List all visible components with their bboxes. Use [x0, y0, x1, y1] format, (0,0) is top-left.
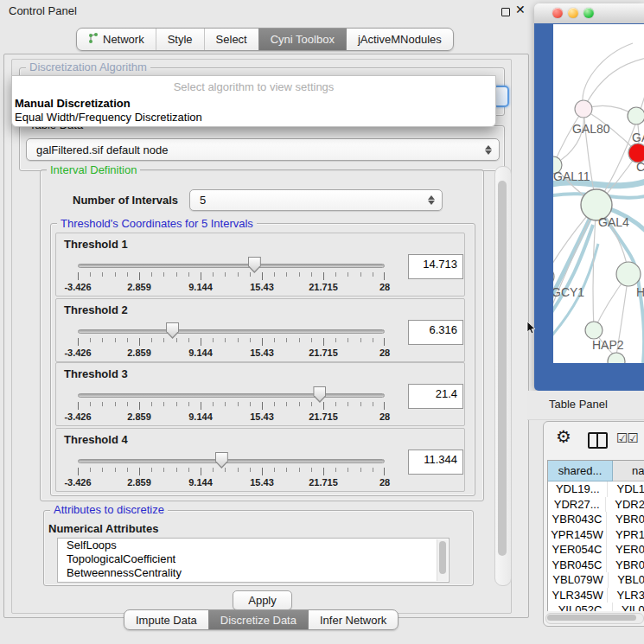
close-icon[interactable]: ✕	[515, 3, 526, 16]
threshold-4-value-field[interactable]: 11.344	[408, 450, 463, 475]
slider-scale-labels: -3.4262.8599.14415.4321.71528	[78, 348, 385, 358]
slider-track[interactable]	[78, 459, 385, 463]
threshold-3-slider[interactable]: -3.4262.8599.14415.4321.71528	[78, 386, 385, 422]
slider-major-ticks	[78, 468, 385, 475]
node-hap2[interactable]	[585, 322, 603, 339]
gear-icon[interactable]: ⚙	[556, 427, 571, 446]
table-header-row: shared... na	[548, 461, 644, 481]
list-item[interactable]: SelfLoops	[58, 539, 449, 552]
apply-button[interactable]: Apply	[233, 590, 292, 610]
table-horizontal-scrollbar[interactable]	[545, 613, 644, 624]
number-of-intervals-combobox[interactable]: 5	[189, 189, 443, 211]
numerical-attributes-list[interactable]: SelfLoops TopologicalCoefficient Between…	[57, 538, 450, 583]
interval-definition-title: Interval Definition	[47, 164, 140, 176]
table-data-combobox[interactable]: galFiltered.sif default node	[26, 138, 500, 161]
slider-thumb[interactable]	[313, 386, 326, 403]
slider-track[interactable]	[78, 329, 385, 334]
threshold-3-value-field[interactable]: 21.4	[408, 384, 463, 409]
table-row[interactable]: YDR27...YDR2	[548, 497, 644, 513]
tab-impute-data[interactable]: Impute Data	[124, 610, 208, 629]
slider-track[interactable]	[78, 264, 385, 268]
threshold-2-slider[interactable]: -3.4262.8599.14415.4321.71528	[78, 322, 385, 358]
table-body[interactable]: YDL19...YDL1 YDR27...YDR2 YBR043CYBR0 YP…	[548, 481, 644, 611]
dropdown-placeholder-option[interactable]: Select algorithm to view settings	[12, 80, 495, 97]
node-label-gal4: GAL4	[598, 215, 629, 229]
minimize-traffic-light-icon[interactable]	[568, 8, 578, 18]
combo-arrows-icon	[425, 195, 437, 205]
node-bottom-partial[interactable]	[608, 353, 625, 363]
attributes-group-title: Attributes to discretize	[50, 504, 168, 516]
node-green-topright[interactable]	[628, 107, 644, 124]
table-row[interactable]: YBR045CYBR0	[548, 558, 644, 573]
table-row[interactable]: YIL052CYIL0	[548, 603, 644, 611]
threshold-2-panel: Threshold 2 -3.4262.8599.14415.4321.7152…	[55, 298, 465, 362]
table-row[interactable]: YBL079WYBL0	[548, 572, 644, 588]
dropdown-option-manual-discretization[interactable]: Manual Discretization	[12, 97, 495, 111]
slider-major-ticks	[78, 402, 385, 410]
zoom-traffic-light-icon[interactable]	[583, 8, 594, 18]
threshold-3-label: Threshold 3	[64, 367, 128, 380]
threshold-3-panel: Threshold 3 -3.4262.8599.14415.4321.7152…	[55, 362, 465, 426]
list-scrollbar[interactable]	[437, 539, 448, 581]
tab-cyni-toolbox[interactable]: Cyni Toolbox	[258, 29, 346, 50]
column-header-name[interactable]: na	[613, 461, 644, 481]
tab-discretize-data[interactable]: Discretize Data	[208, 610, 308, 629]
node-gcy1[interactable]	[553, 267, 554, 286]
float-window-icon[interactable]	[501, 8, 510, 16]
table-row[interactable]: YLR345WYLR3	[548, 588, 644, 603]
list-scrollbar-thumb[interactable]	[439, 541, 446, 574]
tab-infer-network[interactable]: Infer Network	[308, 610, 398, 629]
tab-network[interactable]: Network	[77, 29, 156, 50]
control-panel-title: Control Panel	[9, 4, 77, 17]
algorithm-group-title: Discretization Algorithm	[26, 61, 150, 73]
node-label-gcy1: GCY1	[553, 285, 584, 299]
column-header-shared-name[interactable]: shared...	[548, 461, 613, 481]
node-label-c-partial: C	[636, 160, 644, 174]
close-traffic-light-icon[interactable]	[552, 8, 563, 18]
list-item[interactable]: BetweennessCentrality	[58, 566, 449, 580]
network-canvas[interactable]: GAL80 GA C GAL11 GAL4 GCY1 H HAP2	[553, 24, 644, 363]
node-attribute-table: shared... na YDL19...YDL1 YDR27...YDR2 Y…	[547, 460, 644, 611]
threshold-4-slider[interactable]: -3.4262.8599.14415.4321.71528	[78, 451, 385, 488]
threshold-1-panel: Threshold 1 -3.4262.8599.14415.4321.7152…	[55, 233, 465, 296]
column-layout-icon[interactable]	[588, 432, 608, 449]
threshold-coordinates-title: Threshold's Coordinates for 5 Intervals	[57, 218, 257, 230]
table-row[interactable]: YPR145WYPR1	[548, 527, 644, 543]
cyni-bottom-tabbar: Impute Data Discretize Data Infer Networ…	[124, 609, 399, 630]
panel-scrollbar-thumb[interactable]	[498, 181, 507, 556]
threshold-1-slider[interactable]: -3.4262.8599.14415.4321.71528	[78, 256, 385, 292]
threshold-4-panel: Threshold 4 -3.4262.8599.14415.4321.7152…	[55, 428, 465, 492]
combo-arrows-icon	[482, 145, 494, 155]
table-row[interactable]: YBR043CYBR0	[548, 512, 644, 527]
node-h[interactable]	[616, 262, 641, 286]
node-pink[interactable]	[575, 100, 592, 118]
threshold-1-label: Threshold 1	[64, 238, 128, 251]
tab-select[interactable]: Select	[204, 29, 258, 50]
network-icon	[88, 32, 99, 47]
tab-style[interactable]: Style	[156, 29, 204, 50]
list-item[interactable]: TopologicalCoefficient	[58, 552, 449, 566]
slider-thumb[interactable]	[215, 452, 228, 469]
node-label-ga-partial: GA	[632, 131, 644, 144]
threshold-1-value-field[interactable]: 14.713	[408, 254, 463, 279]
tab-jactivemnodules[interactable]: jActiveMNodules	[346, 29, 453, 50]
slider-thumb[interactable]	[166, 322, 179, 339]
node-label-gal80: GAL80	[572, 122, 610, 136]
slider-scale-labels: -3.4262.8599.14415.4321.71528	[78, 477, 385, 488]
slider-thumb[interactable]	[248, 257, 261, 273]
slider-scale-labels: -3.4262.8599.14415.4321.71528	[78, 411, 385, 422]
slider-track[interactable]	[78, 393, 385, 398]
table-panel-title: Table Panel	[549, 398, 608, 411]
network-window-titlebar[interactable]	[534, 3, 644, 24]
table-scrollbar-thumb[interactable]	[547, 615, 636, 621]
slider-scale-labels: -3.4262.8599.14415.4321.71528	[78, 282, 385, 292]
panel-vertical-scrollbar[interactable]	[494, 166, 512, 586]
table-row[interactable]: YDL19...YDL1	[548, 481, 644, 497]
checkbox-filter-icons[interactable]: ☑☑	[616, 430, 638, 446]
node-label-hap2: HAP2	[592, 338, 624, 352]
number-of-intervals-value: 5	[190, 194, 425, 207]
threshold-4-label: Threshold 4	[64, 433, 128, 446]
threshold-2-value-field[interactable]: 6.316	[408, 320, 463, 345]
dropdown-option-equal-width[interactable]: Equal Width/Frequency Discretization	[12, 111, 495, 124]
table-row[interactable]: YER054CYER0	[548, 542, 644, 558]
